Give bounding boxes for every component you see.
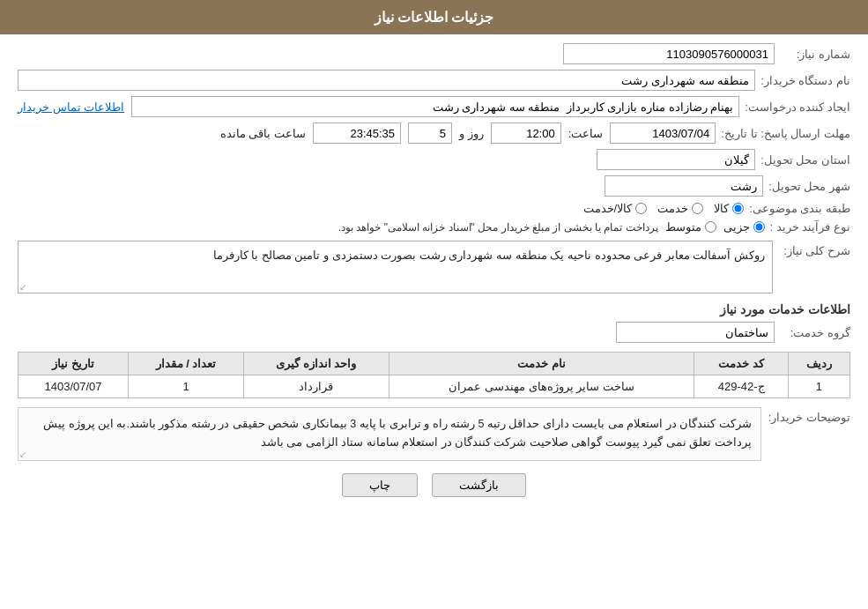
nam-dastgah-input[interactable] — [18, 70, 755, 91]
sharh-koli-label: شرح کلی نیاز: — [780, 241, 850, 257]
khadamat-section-title: اطلاعات خدمات مورد نیاز — [18, 302, 850, 316]
roz-input[interactable] — [408, 123, 452, 144]
goroh-khadamat-input[interactable] — [616, 322, 775, 343]
nooe-motavasset-item[interactable]: متوسط — [665, 220, 716, 234]
cell-tarikh: 1403/07/07 — [19, 375, 129, 398]
tabaqe-khadamat-item[interactable]: خدمت — [657, 202, 703, 215]
nooe-motavasset-radio[interactable] — [705, 221, 716, 233]
shomara-niaz-input[interactable] — [563, 43, 775, 64]
tabaqe-kala-khadamat-item[interactable]: کالا/خدمت — [583, 202, 648, 215]
time-input[interactable] — [491, 123, 561, 144]
col-kod: کد خدمت — [694, 353, 788, 375]
mohlat-label: مهلت ارسال پاسخ: تا تاریخ: — [721, 127, 850, 140]
buttons-row: بازگشت چاپ — [18, 473, 850, 497]
tabaqe-khadamat-radio[interactable] — [692, 203, 703, 214]
nooe-farayand-note: پرداخت تمام یا بخشی از مبلغ خریدار محل "… — [338, 221, 658, 234]
date-input[interactable] — [610, 123, 716, 144]
goroh-khadamat-label: گروه خدمت: — [780, 326, 850, 339]
ijad-konande-label: ایجاد کننده درخواست: — [745, 100, 850, 114]
print-button[interactable]: چاپ — [342, 473, 418, 497]
tabaqe-kala-khadamat-label: کالا/خدمت — [583, 202, 633, 215]
tosihaat-box: شرکت کنندگان در استعلام می بایست دارای ح… — [18, 407, 761, 461]
nooe-farayand-group: جزیی متوسط پرداخت تمام یا بخشی از مبلغ خ… — [338, 220, 765, 234]
tosihaat-text: شرکت کنندگان در استعلام می بایست دارای ح… — [43, 418, 752, 449]
tosihaat-label: توضیحات خریدار: — [768, 407, 850, 424]
ostan-label: استان محل تحویل: — [760, 153, 850, 167]
cell-kod: ج-42-429 — [694, 375, 788, 398]
page-header: جزئیات اطلاعات نیاز — [0, 0, 868, 34]
nooe-jozi-label: جزیی — [723, 220, 750, 234]
col-nam: نام خدمت — [389, 353, 694, 375]
nooe-farayand-label: نوع فرآیند خرید : — [770, 220, 850, 234]
ittila-tamas-link[interactable]: اطلاعات تماس خریدار — [18, 100, 124, 114]
ijad-konande-input[interactable] — [131, 96, 739, 117]
tabaqe-radio-group: کالا خدمت کالا/خدمت — [583, 202, 745, 215]
tabaqe-khadamat-label: خدمت — [657, 202, 688, 215]
ostan-input[interactable] — [597, 149, 755, 170]
saat-mande-input[interactable] — [313, 123, 401, 144]
shahr-input[interactable] — [605, 175, 763, 197]
tabaqe-kala-item[interactable]: کالا — [714, 202, 744, 215]
nooe-jozi-radio[interactable] — [753, 221, 765, 233]
shahr-label: شهر محل تحویل: — [768, 180, 850, 193]
roz-label: روز و — [459, 127, 484, 140]
khadamat-table: ردیف کد خدمت نام خدمت واحد اندازه گیری ت… — [18, 352, 850, 398]
col-tarikh: تاریخ نیاز — [19, 353, 129, 375]
cell-nam: ساخت سایر پروژه‌های مهندسی عمران — [389, 375, 694, 398]
nooe-motavasset-label: متوسط — [665, 220, 701, 234]
tabaqe-kala-radio[interactable] — [732, 203, 744, 214]
cell-radif: 1 — [788, 375, 849, 398]
cell-vahed: قرارداد — [243, 375, 389, 398]
nooe-jozi-item[interactable]: جزیی — [723, 220, 765, 234]
nam-dastgah-label: نام دستگاه خریدار: — [760, 74, 850, 87]
saat-mande-label: ساعت باقی مانده — [220, 127, 306, 140]
time-label: ساعت: — [568, 127, 604, 140]
col-tedad: تعداد / مقدار — [129, 353, 244, 375]
tabaqe-kala-label: کالا — [714, 202, 729, 215]
sharh-koli-box: روکش آسفالت معابر فرعی محدوده ناحیه یک م… — [18, 241, 773, 293]
cell-tedad: 1 — [129, 375, 244, 398]
col-vahed: واحد اندازه گیری — [243, 353, 389, 375]
col-radif: ردیف — [788, 353, 849, 375]
khadamat-table-section: ردیف کد خدمت نام خدمت واحد اندازه گیری ت… — [18, 352, 850, 398]
back-button[interactable]: بازگشت — [432, 473, 526, 497]
shomara-niaz-label: شماره نیاز: — [780, 48, 850, 61]
tabaqe-kala-khadamat-radio[interactable] — [635, 203, 647, 214]
tabaqe-label: طبقه بندی موضوعی: — [749, 202, 850, 215]
sharh-koli-text: روکش آسفالت معابر فرعی محدوده ناحیه یک م… — [213, 249, 765, 262]
table-row: 1 ج-42-429 ساخت سایر پروژه‌های مهندسی عم… — [19, 375, 850, 398]
